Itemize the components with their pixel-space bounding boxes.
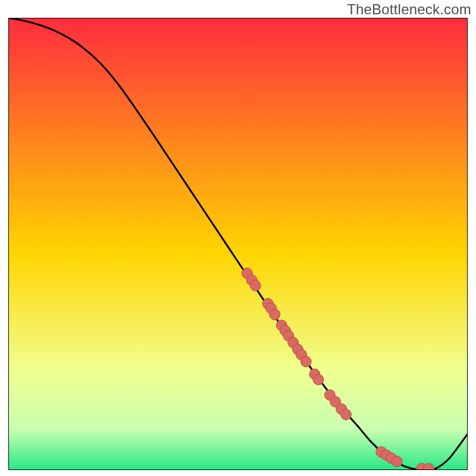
watermark-text: TheBottleneck.com bbox=[347, 1, 471, 18]
plot-area bbox=[8, 18, 468, 470]
data-point bbox=[392, 456, 402, 467]
chart-stage: TheBottleneck.com bbox=[0, 0, 476, 476]
data-point bbox=[270, 309, 280, 320]
data-point bbox=[250, 280, 261, 291]
chart-svg bbox=[8, 18, 468, 470]
data-point bbox=[300, 356, 311, 367]
gradient-background bbox=[8, 18, 468, 470]
data-point bbox=[313, 374, 324, 385]
data-point bbox=[340, 409, 351, 420]
